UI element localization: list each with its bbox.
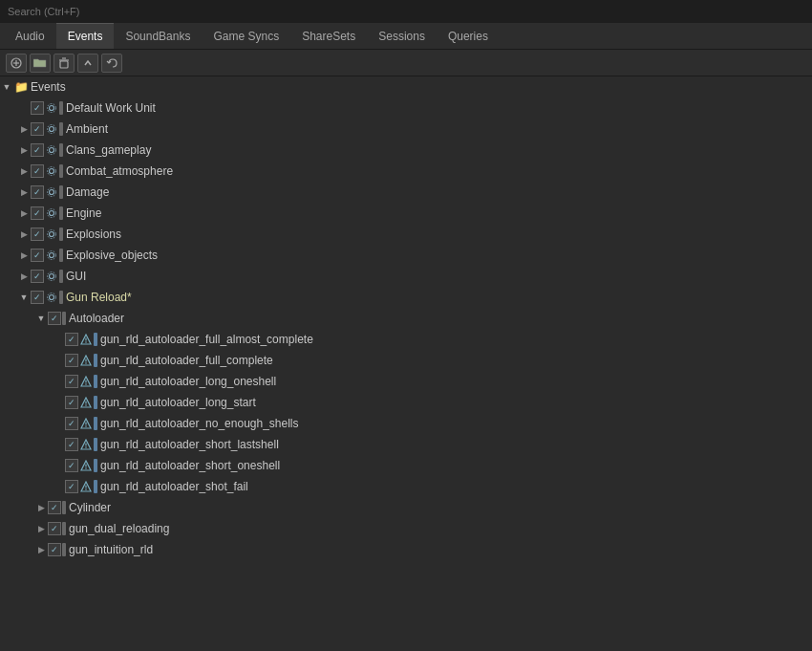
event-swatch	[94, 438, 97, 451]
tab-game-syncs[interactable]: Game Syncs	[202, 23, 290, 49]
expand-arrow[interactable]: ▶	[17, 143, 31, 157]
tree-node-gun_dual[interactable]: ▶ gun_dual_reloading	[0, 518, 812, 539]
event-swatch	[94, 417, 97, 430]
checkbox[interactable]	[65, 417, 78, 430]
color-swatch	[62, 543, 66, 556]
tree-area: ▼ 📁 Events Default Work Unit ▶ Ambient ▶…	[0, 76, 812, 651]
checkbox[interactable]	[31, 249, 44, 262]
checkbox[interactable]	[31, 291, 44, 304]
gear-icon	[45, 122, 58, 136]
node-label: Default Work Unit	[66, 101, 156, 115]
checkbox[interactable]	[31, 206, 44, 220]
event-swatch	[94, 480, 97, 493]
checkbox[interactable]	[65, 480, 78, 493]
tree-node-combat[interactable]: ▶ Combat_atmosphere	[0, 161, 812, 182]
tree-node-clans[interactable]: ▶ Clans_gameplay	[0, 140, 812, 161]
tree-node-ev7[interactable]: gun_rld_autoloader_short_oneshell	[0, 455, 812, 476]
toolbar-undo-button[interactable]	[101, 54, 122, 73]
expand-arrow[interactable]: ▶	[17, 228, 31, 241]
tab-audio[interactable]: Audio	[4, 23, 56, 49]
expand-arrow[interactable]: ▼	[17, 291, 31, 304]
tree-node-ev2[interactable]: gun_rld_autoloader_full_complete	[0, 350, 812, 371]
tree-node-ambient[interactable]: ▶ Ambient	[0, 119, 812, 140]
expand-arrow[interactable]: ▶	[17, 249, 31, 262]
checkbox[interactable]	[48, 312, 61, 325]
gear-icon	[45, 206, 58, 220]
expand-arrow[interactable]: ▶	[34, 543, 48, 556]
tree-node-cylinder[interactable]: ▶ Cylinder	[0, 497, 812, 518]
tree-root-events[interactable]: ▼ 📁 Events	[0, 76, 812, 98]
color-swatch	[62, 501, 66, 514]
tab-queries[interactable]: Queries	[437, 23, 500, 49]
checkbox[interactable]	[65, 459, 78, 472]
color-swatch	[59, 228, 63, 241]
tree-node-ev6[interactable]: gun_rld_autoloader_short_lastshell	[0, 434, 812, 455]
expand-arrow[interactable]: ▶	[17, 206, 31, 220]
checkbox[interactable]	[65, 396, 78, 409]
tree-node-gui[interactable]: ▶ GUI	[0, 266, 812, 287]
checkbox[interactable]	[31, 143, 44, 157]
tree-node-gun_intuition[interactable]: ▶ gun_intuition_rld	[0, 539, 812, 560]
toolbar-up-button[interactable]	[77, 54, 98, 73]
tree-node-explosive_objects[interactable]: ▶ Explosive_objects	[0, 245, 812, 266]
search-input[interactable]	[8, 6, 804, 17]
svg-point-16	[50, 211, 54, 216]
checkbox[interactable]	[31, 228, 44, 241]
checkbox[interactable]	[65, 375, 78, 388]
tree-node-damage[interactable]: ▶ Damage	[0, 182, 812, 203]
checkbox[interactable]	[48, 543, 61, 556]
tree-node-ev5[interactable]: gun_rld_autoloader_no_enough_shells	[0, 413, 812, 434]
expand-arrow[interactable]: ▶	[17, 270, 31, 283]
tree-node-default-work-unit[interactable]: Default Work Unit	[0, 98, 812, 119]
checkbox[interactable]	[48, 522, 61, 535]
tree-node-ev1[interactable]: gun_rld_autoloader_full_almost_complete	[0, 329, 812, 350]
svg-point-10	[50, 148, 54, 153]
folder-icon: 📁	[13, 80, 29, 94]
expand-arrow[interactable]: ▶	[17, 164, 31, 178]
no-arrow	[52, 354, 65, 367]
expand-arrow[interactable]: ▶	[34, 501, 48, 514]
no-arrow	[52, 459, 65, 472]
tab-soundbanks[interactable]: SoundBanks	[114, 23, 202, 49]
gear-icon	[45, 185, 58, 199]
tree-node-explosions[interactable]: ▶ Explosions	[0, 224, 812, 245]
expand-arrow[interactable]: ▶	[17, 185, 31, 199]
checkbox[interactable]	[31, 122, 44, 136]
checkbox[interactable]	[65, 354, 78, 367]
tree-node-ev3[interactable]: gun_rld_autoloader_long_oneshell	[0, 371, 812, 392]
svg-point-46	[85, 467, 87, 469]
checkbox[interactable]	[65, 438, 78, 451]
svg-point-21	[48, 251, 56, 260]
node-label: Damage	[66, 185, 109, 199]
expand-arrow[interactable]: ▶	[34, 522, 48, 535]
checkbox[interactable]	[65, 333, 78, 346]
tree-node-engine[interactable]: ▶ Engine	[0, 203, 812, 224]
event-icon	[79, 480, 93, 493]
gear-icon	[45, 143, 58, 157]
toolbar-new-button[interactable]	[6, 54, 27, 73]
tree-node-ev4[interactable]: gun_rld_autoloader_long_start	[0, 392, 812, 413]
node-label: gun_dual_reloading	[69, 522, 169, 535]
tree-node-autoloader[interactable]: ▼ Autoloader	[0, 308, 812, 329]
tab-sessions[interactable]: Sessions	[367, 23, 437, 49]
tab-sharesets[interactable]: ShareSets	[290, 23, 367, 49]
node-label: gun_rld_autoloader_full_almost_complete	[100, 333, 313, 346]
tab-events[interactable]: Events	[56, 23, 115, 49]
tree-node-gun_reload[interactable]: ▼ Gun Reload*	[0, 287, 812, 308]
expand-arrow[interactable]: ▼	[34, 312, 48, 325]
no-arrow	[52, 438, 65, 451]
checkbox[interactable]	[31, 164, 44, 178]
expand-arrow[interactable]: ▶	[17, 122, 31, 136]
tree-node-ev8[interactable]: gun_rld_autoloader_shot_fail	[0, 476, 812, 497]
node-label: gun_rld_autoloader_shot_fail	[100, 480, 248, 493]
toolbar-folder-button[interactable]	[30, 54, 51, 73]
color-swatch	[59, 185, 63, 199]
toolbar-delete-button[interactable]	[53, 54, 75, 73]
checkbox[interactable]	[31, 270, 44, 283]
node-label: gun_rld_autoloader_long_oneshell	[100, 375, 276, 388]
checkbox[interactable]	[31, 185, 44, 199]
checkbox[interactable]	[31, 101, 44, 115]
node-label: gun_rld_autoloader_no_enough_shells	[100, 417, 299, 430]
svg-point-13	[48, 167, 56, 176]
checkbox[interactable]	[48, 501, 61, 514]
